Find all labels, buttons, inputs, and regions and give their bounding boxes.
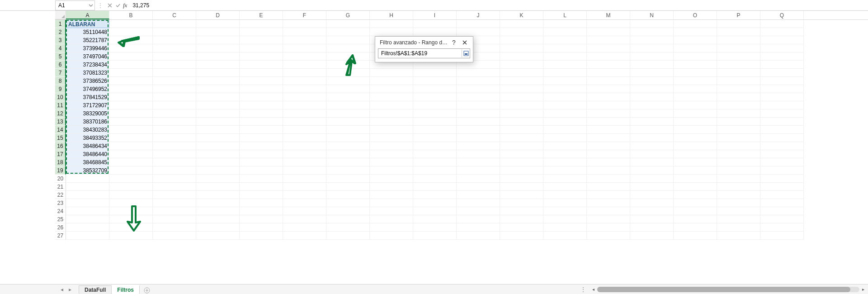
cell[interactable]	[240, 232, 283, 240]
cell[interactable]	[240, 93, 283, 101]
cell[interactable]	[153, 52, 196, 61]
cell[interactable]	[760, 61, 804, 69]
cell[interactable]	[587, 52, 630, 61]
cell[interactable]	[760, 150, 804, 158]
cell[interactable]	[587, 215, 630, 223]
cell[interactable]	[283, 36, 326, 44]
cell[interactable]	[674, 36, 717, 44]
cell[interactable]	[500, 142, 543, 150]
cell[interactable]	[543, 191, 587, 199]
hscroll-left-icon[interactable]: ◂	[592, 287, 594, 292]
cell[interactable]	[240, 77, 283, 85]
cell[interactable]	[109, 183, 153, 191]
cell[interactable]	[196, 93, 240, 101]
cell[interactable]	[196, 142, 240, 150]
cell[interactable]	[587, 44, 630, 52]
cell[interactable]	[196, 191, 240, 199]
cell[interactable]	[283, 69, 326, 77]
collapse-dialog-icon[interactable]	[462, 49, 470, 57]
cell[interactable]	[109, 52, 153, 61]
cell[interactable]: 38468845	[66, 158, 109, 166]
cell[interactable]	[196, 52, 240, 61]
cell[interactable]	[370, 215, 413, 223]
cell[interactable]	[630, 175, 674, 183]
cell[interactable]	[674, 207, 717, 215]
cell[interactable]	[240, 85, 283, 93]
column-header[interactable]: I	[413, 11, 457, 19]
cell[interactable]	[717, 61, 760, 69]
cell[interactable]	[457, 126, 500, 134]
cell[interactable]	[500, 232, 543, 240]
cell[interactable]	[413, 28, 457, 36]
cell[interactable]	[587, 183, 630, 191]
cell[interactable]	[153, 85, 196, 93]
cell[interactable]	[196, 77, 240, 85]
cell[interactable]	[283, 85, 326, 93]
cell[interactable]	[413, 142, 457, 150]
cell[interactable]	[500, 118, 543, 126]
cell[interactable]	[240, 20, 283, 28]
cell[interactable]	[196, 199, 240, 207]
cell[interactable]	[674, 232, 717, 240]
cell[interactable]	[543, 215, 587, 223]
cell[interactable]	[630, 61, 674, 69]
row-header[interactable]: 18	[55, 158, 66, 166]
cell-header[interactable]: ALBARAN	[66, 20, 109, 28]
cell[interactable]	[240, 44, 283, 52]
cell[interactable]	[240, 199, 283, 207]
cell[interactable]	[630, 166, 674, 175]
cell[interactable]	[413, 207, 457, 215]
cell[interactable]	[760, 134, 804, 142]
row-header[interactable]: 6	[55, 61, 66, 69]
cell[interactable]	[630, 134, 674, 142]
cell[interactable]: 38329005	[66, 109, 109, 118]
cell[interactable]	[109, 20, 153, 28]
cell[interactable]	[196, 207, 240, 215]
cell[interactable]	[457, 77, 500, 85]
cell[interactable]	[283, 77, 326, 85]
cell[interactable]	[543, 93, 587, 101]
cell[interactable]	[457, 20, 500, 28]
cell[interactable]	[500, 69, 543, 77]
row-header[interactable]: 20	[55, 175, 66, 183]
cell[interactable]	[153, 69, 196, 77]
cell[interactable]	[109, 77, 153, 85]
cell[interactable]	[283, 158, 326, 166]
row-header[interactable]: 15	[55, 134, 66, 142]
cell[interactable]	[587, 158, 630, 166]
row-header[interactable]: 7	[55, 69, 66, 77]
column-header[interactable]: P	[717, 11, 760, 19]
cell[interactable]	[153, 61, 196, 69]
cancel-formula-icon[interactable]	[106, 1, 114, 10]
cell[interactable]	[760, 101, 804, 109]
cell[interactable]	[283, 93, 326, 101]
cell[interactable]	[196, 85, 240, 93]
cell[interactable]	[370, 69, 413, 77]
cell[interactable]	[457, 183, 500, 191]
cell[interactable]	[413, 126, 457, 134]
cell[interactable]: 35221787	[66, 36, 109, 44]
cell[interactable]	[283, 199, 326, 207]
cell[interactable]	[457, 166, 500, 175]
cell[interactable]	[630, 44, 674, 52]
cell[interactable]	[674, 101, 717, 109]
cell[interactable]	[587, 109, 630, 118]
cell[interactable]	[674, 175, 717, 183]
cell[interactable]	[240, 118, 283, 126]
cell[interactable]	[66, 215, 109, 223]
cell[interactable]	[543, 232, 587, 240]
cell[interactable]	[370, 158, 413, 166]
cell[interactable]	[66, 175, 109, 183]
column-header[interactable]: L	[543, 11, 587, 19]
hscroll-right-icon[interactable]: ▸	[862, 287, 864, 292]
cell[interactable]	[326, 134, 370, 142]
row-header[interactable]: 24	[55, 207, 66, 215]
cell[interactable]	[760, 36, 804, 44]
cell[interactable]	[760, 166, 804, 175]
cell[interactable]	[240, 61, 283, 69]
cell[interactable]	[370, 175, 413, 183]
cell[interactable]	[326, 175, 370, 183]
cell[interactable]: 38493352	[66, 134, 109, 142]
row-header[interactable]: 25	[55, 215, 66, 223]
row-header[interactable]: 4	[55, 44, 66, 52]
